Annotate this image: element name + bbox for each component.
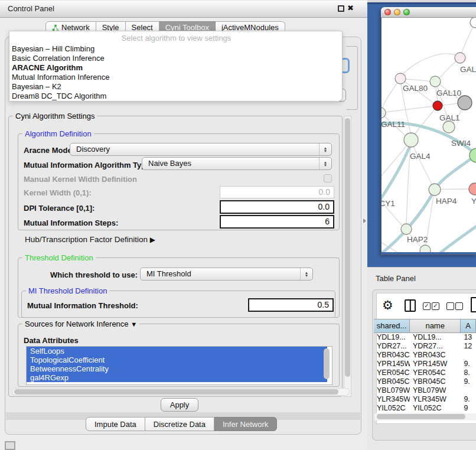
dpi-tolerance-label: DPI Tolerance [0,1]: (24, 204, 94, 213)
table-row[interactable]: YLR345WYLR345W9. (374, 395, 476, 404)
settings-horizontal-scrollbar-thumb[interactable] (14, 389, 338, 394)
node-gal-pink[interactable] (455, 53, 465, 63)
node-hap2[interactable] (401, 224, 412, 234)
kernel-width-label: Kernel Width (0,1): (24, 188, 92, 197)
table-row[interactable]: YPR145WYPR145W9. (374, 360, 476, 369)
node-label-gal80: GAL80 (403, 84, 428, 93)
manual-kernel-checkbox[interactable] (324, 174, 332, 182)
table-panel-title: Table Panel (376, 274, 416, 283)
network-edge[interactable] (411, 140, 432, 185)
settings-vertical-scrollbar-thumb[interactable] (345, 118, 350, 377)
node-salmon[interactable] (469, 183, 476, 195)
table-row[interactable]: YBR043CYBR043C (374, 351, 476, 360)
hub-definition-expander[interactable]: Hub/Transcription Factor Definition ▶ (25, 235, 155, 244)
select-all-columns-icon[interactable]: ✓ ✓ (423, 302, 441, 310)
threshold-definition-title: Threshold Definition (22, 253, 96, 262)
node-label-gal10: GAL10 (436, 89, 461, 97)
node-label-gal: GAL (460, 65, 476, 74)
table-horizontal-scrollbar-thumb[interactable] (377, 414, 465, 419)
zoom-light[interactable] (403, 9, 410, 15)
network-edge[interactable] (403, 54, 460, 74)
column-header-shared[interactable]: shared... (374, 319, 410, 332)
node-gal10[interactable] (430, 76, 441, 87)
collapsed-widget[interactable] (5, 441, 15, 450)
node-label-hap4: HAP4 (436, 197, 457, 206)
node-below-gal1[interactable] (443, 121, 455, 133)
bottom-tab-infer-network[interactable]: Infer Network (214, 417, 277, 431)
aracne-mode-value: Discovery (76, 145, 110, 154)
network-edge[interactable] (460, 22, 475, 58)
which-threshold-select[interactable]: MI Threshold ▲▼ (140, 268, 313, 281)
collapse-arrow-icon[interactable]: ▼ (131, 321, 137, 328)
mi-threshold-field[interactable]: 0.5 (248, 298, 334, 312)
spinner-arrows-icon: ▲▼ (300, 268, 312, 280)
deselect-all-columns-icon[interactable] (446, 302, 464, 310)
table-cell: YER054C (410, 369, 461, 377)
mi-threshold-group-title: MI Threshold Definition (26, 286, 109, 295)
dpi-tolerance-field[interactable]: 0.0 (220, 200, 334, 214)
splitter-arrow-icon[interactable] (363, 219, 366, 223)
table-cell: YBR043C (374, 351, 410, 360)
gear-icon[interactable]: ⚙ (382, 298, 393, 312)
kernel-width-field[interactable]: 0.0 (220, 186, 334, 198)
document-icon[interactable] (471, 297, 476, 312)
close-panel-icon[interactable]: ✖ (347, 4, 354, 12)
algorithm-option[interactable]: Dream8 DC_TDC Algorithm (11, 92, 330, 101)
network-edge-highlighted[interactable] (438, 224, 476, 252)
network-edge[interactable] (382, 106, 438, 113)
algorithm-option[interactable]: Basic Correlation Inference (11, 54, 330, 63)
table-row[interactable]: YBR045CYBR045C9. (374, 377, 476, 386)
table-row[interactable]: YER054CYER054C8. (374, 369, 476, 377)
table-cell: YPR145W (374, 360, 410, 369)
spinner-arrows-icon: ▲▼ (319, 144, 331, 155)
bottom-tab-discretize-data[interactable]: Discretize Data (145, 417, 214, 431)
node-red[interactable] (433, 101, 442, 110)
node-gal4[interactable] (404, 133, 418, 147)
table-row[interactable]: YIL052CYIL052C9 (374, 404, 476, 413)
bottom-tab-impute-data[interactable]: Impute Data (86, 417, 145, 431)
network-edge[interactable] (382, 140, 411, 188)
mi-type-value: Naive Bayes (148, 159, 191, 168)
algorithm-option[interactable]: Bayesian – K2 (11, 82, 330, 92)
algorithm-option[interactable]: Mutual Information Inference (11, 73, 330, 82)
float-panel-icon[interactable] (338, 5, 344, 12)
network-edge[interactable] (382, 79, 400, 113)
table-row[interactable]: YBL079WYBL079W (374, 386, 476, 395)
hidden-groupbox-fragment (346, 46, 358, 110)
column-header-a[interactable]: A (461, 319, 476, 332)
node-label-gal11: GAL11 (382, 120, 405, 129)
aracne-mode-select[interactable]: Discovery ▲▼ (70, 143, 332, 156)
apply-button[interactable]: Apply (161, 398, 198, 412)
table-cell: 9. (461, 377, 476, 386)
columns-icon[interactable] (405, 299, 416, 312)
attributes-list-scrollbar-thumb[interactable] (324, 348, 330, 379)
data-attribute-item[interactable]: TopologicalCoefficient (27, 356, 327, 364)
node-gal80[interactable] (395, 73, 406, 84)
minimize-light[interactable] (394, 9, 400, 15)
node-hap4[interactable] (429, 184, 441, 195)
data-attribute-item[interactable]: SelfLoops (27, 347, 327, 356)
node-cut-bottom[interactable] (420, 245, 431, 252)
unchecked-box-icon (446, 302, 454, 310)
table-cell: YPR145W (410, 360, 461, 369)
table-cell: YBR045C (410, 377, 461, 386)
table-cell: 9. (461, 360, 476, 369)
close-light[interactable] (384, 9, 391, 15)
table-row[interactable]: YDR27...YDR27...12 (374, 342, 476, 351)
data-attribute-item[interactable]: gal4RGexp (27, 373, 327, 382)
table-row[interactable]: YDL19...YDL19...13 (374, 333, 476, 342)
control-panel-window: Control Panel ✖ NetworkStyleSelectCyni T… (0, 0, 367, 450)
column-header-name[interactable]: name (410, 319, 461, 332)
node-gray[interactable] (458, 96, 472, 110)
network-canvas[interactable]: GALGAL80GAL10GAL1GAL11SWI4GAL4GCY1HAP4YH… (382, 18, 476, 252)
mi-steps-label: Mutual Information Steps: (24, 219, 118, 227)
mi-steps-field[interactable]: 6 (220, 215, 334, 229)
algorithm-option[interactable]: ARACNE Algorithm (11, 63, 330, 73)
which-threshold-label: Which threshold to use: (50, 270, 138, 279)
table-header-row: shared...nameA (374, 319, 476, 333)
node-cut-top[interactable] (470, 18, 476, 28)
algorithm-option[interactable]: Bayesian – Hill Climbing (11, 44, 330, 54)
mi-type-select[interactable]: Naive Bayes ▲▼ (142, 157, 332, 170)
data-attribute-item[interactable]: BetweennessCentrality (27, 364, 327, 373)
table-cell: YIL052C (374, 404, 410, 413)
